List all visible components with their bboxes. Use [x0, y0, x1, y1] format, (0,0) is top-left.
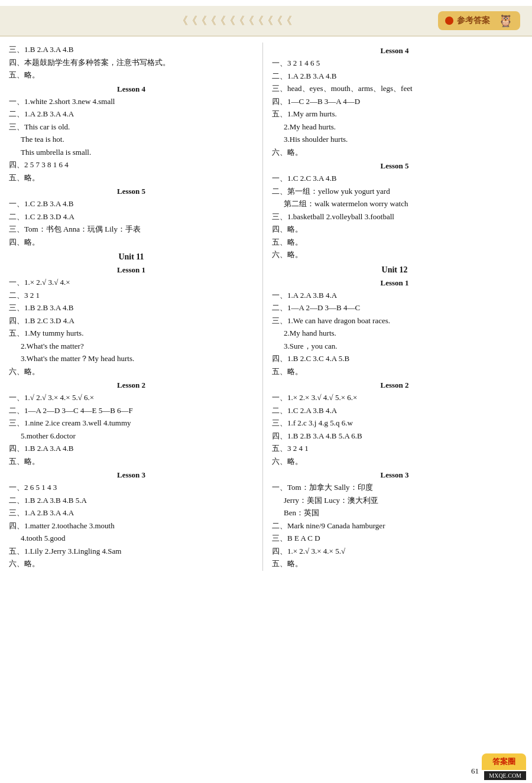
answer-line: 六、略。	[9, 558, 254, 570]
unit12-lesson-1: Lesson 1 一、1.A 2.A 3.B 4.A 二、1—A 2—D 3—B…	[272, 278, 517, 378]
answer-line: 六、略。	[272, 147, 517, 158]
answer-line: 六、略。	[272, 456, 517, 467]
lesson-header: Lesson 1	[272, 278, 517, 288]
watermark: MXQE.COM	[484, 771, 526, 780]
banner-label: 参考答案 🦉	[438, 11, 520, 30]
answer-line: 六、略。	[272, 249, 517, 261]
answer-line: This umbrella is small.	[21, 147, 254, 158]
answer-line: 三、1.A 2.B 3.A 4.A	[9, 507, 254, 519]
lesson-4-right: Lesson 4 一、3 2 1 4 6 5 二、1.A 2.B 3.A 4.B…	[272, 46, 517, 158]
answer-line: 2.My head hurts.	[284, 121, 517, 133]
answer-line: 五、略。	[9, 172, 254, 184]
answer-line: 三、1.nine 2.ice cream 3.well 4.tummy	[9, 417, 254, 429]
answer-line: 四、1—C 2—B 3—A 4—D	[272, 96, 517, 108]
answer-line: The tea is hot.	[21, 134, 254, 145]
answer-line: 三、1.B 2.A 3.A 4.B	[9, 44, 254, 56]
lesson-header: Lesson 5	[9, 187, 254, 196]
answer-line: 四、1.B 2.B 3.A 4.B 5.A 6.B	[272, 430, 517, 442]
answer-line: 三、Tom：书包 Anna：玩偶 Lily：手表	[9, 223, 254, 235]
red-dot-icon	[445, 17, 453, 25]
lesson-5-left: Lesson 5 一、1.C 2.B 3.A 4.B 二、1.C 2.B 3.D…	[9, 187, 254, 248]
wave-decoration: 《《《《《《《《《《《《	[177, 14, 291, 28]
answer-line: 五、略。	[9, 69, 254, 81]
answer-line: 二、1.A 2.B 3.A 4.B	[272, 70, 517, 82]
answer-line: 三、1.We can have dragon boat races.	[272, 315, 517, 327]
answer-line: 二、1.B 2.A 3.B 4.B 5.A	[9, 495, 254, 506]
answer-line: 四、1.× 2.√ 3.× 4.× 5.√	[272, 545, 517, 557]
answer-line: 3.What's the matter？My head hurts.	[21, 353, 254, 365]
answer-line: 第二组：walk watermelon worry watch	[284, 198, 517, 210]
unit-12: Unit 12	[272, 265, 517, 275]
answer-line: Ben：英国	[284, 507, 517, 519]
unit12-lesson-2: Lesson 2 一、1.× 2.× 3.√ 4.√ 5.× 6.× 二、1.C…	[272, 381, 517, 467]
banner-text: 参考答案	[457, 15, 490, 26]
answer-line: 五、略。	[9, 456, 254, 467]
page: 《《《《《《《《《《《《 参考答案 🦉 三、1.B 2.A 3.A 4.B 四、…	[0, 0, 532, 783]
answer-line: 一、1.white 2.short 3.new 4.small	[9, 96, 254, 108]
answer-line: 五、略。	[272, 558, 517, 570]
lesson-header: Lesson 3	[272, 470, 517, 480]
answer-line: 四、1.B 2.C 3.D 4.A	[9, 315, 254, 327]
lesson-header: Lesson 4	[272, 46, 517, 56]
answer-line: 3.Sure，you can.	[284, 340, 517, 352]
answer-line: 二、3 2 1	[9, 290, 254, 301]
answer-line: 四、1.matter 2.toothache 3.mouth	[9, 520, 254, 532]
lesson-header: Lesson 1	[9, 265, 254, 275]
lesson-header: Lesson 5	[272, 161, 517, 171]
left-column: 三、1.B 2.A 3.A 4.B 四、本题鼓励学生有多种答案，注意书写格式。 …	[9, 43, 263, 571]
answer-stamp: 答案圈	[482, 753, 526, 770]
unit11-lesson-3: Lesson 3 一、2 6 5 1 4 3 二、1.B 2.A 3.B 4.B…	[9, 470, 254, 570]
answer-line: 五、3 2 4 1	[272, 443, 517, 454]
answer-line: 3.His shoulder hurts.	[284, 134, 517, 145]
lesson-4-left: Lesson 4 一、1.white 2.short 3.new 4.small…	[9, 85, 254, 184]
lesson-header: Lesson 3	[9, 470, 254, 480]
answer-line: 一、1.√ 2.√ 3.× 4.× 5.√ 6.×	[9, 392, 254, 404]
answer-line: 三、1.basketball 2.volleyball 3.football	[272, 211, 517, 223]
answer-line: 四、1.B 2.C 3.C 4.A 5.B	[272, 353, 517, 365]
answer-line: 一、1.C 2.B 3.A 4.B	[9, 198, 254, 210]
lesson-header: Lesson 4	[9, 85, 254, 94]
page-number: 61	[471, 766, 479, 776]
top-banner: 《《《《《《《《《《《《 参考答案 🦉	[0, 6, 532, 37]
lesson-5-right: Lesson 5 一、1.C 2.C 3.A 4.B 二、第一组：yellow …	[272, 161, 517, 261]
unit12-lesson-3: Lesson 3 一、Tom：加拿大 Sally：印度 Jerry：美国 Luc…	[272, 470, 517, 570]
answer-line: 5.mother 6.doctor	[21, 430, 254, 442]
right-column: Lesson 4 一、3 2 1 4 6 5 二、1.A 2.B 3.A 4.B…	[263, 43, 517, 571]
answer-line: 四、本题鼓励学生有多种答案，注意书写格式。	[9, 57, 254, 69]
answer-line: 二、1.C 2.A 3.B 4.A	[272, 405, 517, 417]
owl-icon: 🦉	[498, 14, 513, 28]
answer-line: 一、3 2 1 4 6 5	[272, 57, 517, 69]
answer-line: 一、Tom：加拿大 Sally：印度	[272, 482, 517, 493]
answer-line: 一、1.× 2.× 3.√ 4.√ 5.× 6.×	[272, 392, 517, 404]
answer-line: 六、略。	[9, 366, 254, 378]
lesson-header: Lesson 2	[272, 381, 517, 390]
unit-11: Unit 11	[9, 252, 254, 262]
answer-line: 二、第一组：yellow yuk yogurt yard	[272, 186, 517, 197]
answer-line: 一、1.× 2.√ 3.√ 4.×	[9, 277, 254, 288]
answer-line: 4.tooth 5.good	[21, 532, 254, 544]
answer-line: 四、2 5 7 3 8 1 6 4	[9, 159, 254, 171]
answer-line: 二、1—A 2—D 3—B 4—C	[272, 302, 517, 314]
lesson-header: Lesson 2	[9, 381, 254, 390]
answer-line: 三、1.f 2.c 3.j 4.g 5.q 6.w	[272, 417, 517, 429]
answer-line: 2.What's the matter?	[21, 340, 254, 352]
unit11-lesson-2: Lesson 2 一、1.√ 2.√ 3.× 4.× 5.√ 6.× 二、1—A…	[9, 381, 254, 467]
answer-line: 五、1.My tummy hurts.	[9, 327, 254, 339]
answer-line: 五、略。	[272, 236, 517, 248]
answer-line: 五、1.My arm hurts.	[272, 108, 517, 120]
answer-line: 四、1.B 2.A 3.A 4.B	[9, 443, 254, 454]
unit-header: Unit 11	[9, 252, 254, 262]
answer-line: 三、This car is old.	[9, 121, 254, 133]
answer-line: 一、1.A 2.A 3.B 4.A	[272, 290, 517, 301]
answer-line: 四、略。	[272, 223, 517, 235]
unit-header: Unit 12	[272, 265, 517, 275]
answer-line: 2.My hand hurts.	[284, 327, 517, 339]
intro-section: 三、1.B 2.A 3.A 4.B 四、本题鼓励学生有多种答案，注意书写格式。 …	[9, 44, 254, 81]
answer-line: 二、1.A 2.B 3.A 4.A	[9, 108, 254, 120]
answer-line: 三、1.B 2.B 3.A 4.B	[9, 302, 254, 314]
answer-line: 五、略。	[272, 366, 517, 378]
unit11-lesson-1: Lesson 1 一、1.× 2.√ 3.√ 4.× 二、3 2 1 三、1.B…	[9, 265, 254, 377]
answer-line: 二、1—A 2—D 3—C 4—E 5—B 6—F	[9, 405, 254, 417]
answer-line: 四、略。	[9, 236, 254, 248]
answer-line: 五、1.Lily 2.Jerry 3.Lingling 4.Sam	[9, 545, 254, 557]
